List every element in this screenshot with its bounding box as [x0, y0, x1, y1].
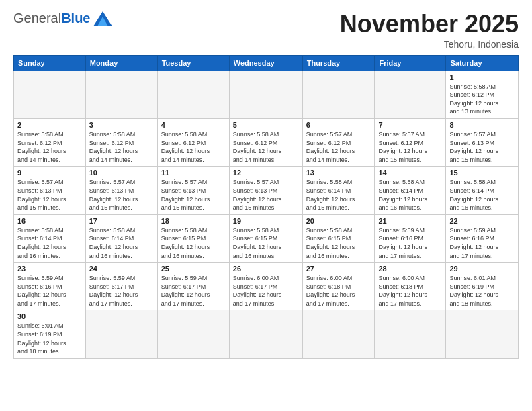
day-info: Sunrise: 5:58 AM Sunset: 6:12 PM Dayligh…: [17, 130, 82, 164]
day-info: Sunrise: 5:57 AM Sunset: 6:12 PM Dayligh…: [378, 130, 442, 164]
table-row: 12Sunrise: 5:57 AM Sunset: 6:13 PM Dayli…: [229, 167, 302, 214]
table-row: 6Sunrise: 5:57 AM Sunset: 6:12 PM Daylig…: [302, 118, 375, 166]
table-row: [229, 310, 302, 358]
day-info: Sunrise: 5:57 AM Sunset: 6:12 PM Dayligh…: [306, 130, 371, 164]
table-row: 1Sunrise: 5:58 AM Sunset: 6:12 PM Daylig…: [446, 71, 519, 118]
day-number: 10: [89, 169, 154, 177]
day-info: Sunrise: 5:58 AM Sunset: 6:14 PM Dayligh…: [306, 178, 371, 212]
day-info: Sunrise: 5:58 AM Sunset: 6:14 PM Dayligh…: [449, 178, 515, 212]
day-number: 11: [161, 169, 226, 177]
day-info: Sunrise: 5:58 AM Sunset: 6:14 PM Dayligh…: [89, 226, 154, 260]
day-info: Sunrise: 5:59 AM Sunset: 6:17 PM Dayligh…: [161, 274, 226, 308]
day-info: Sunrise: 5:58 AM Sunset: 6:12 PM Dayligh…: [233, 130, 299, 164]
day-info: Sunrise: 5:58 AM Sunset: 6:12 PM Dayligh…: [161, 130, 226, 164]
table-row: [446, 310, 519, 358]
table-row: 20Sunrise: 5:58 AM Sunset: 6:15 PM Dayli…: [302, 214, 375, 262]
day-info: Sunrise: 5:59 AM Sunset: 6:16 PM Dayligh…: [17, 274, 82, 308]
table-row: [229, 71, 302, 118]
day-number: 29: [449, 265, 515, 273]
day-number: 12: [233, 169, 299, 177]
table-row: 18Sunrise: 5:58 AM Sunset: 6:15 PM Dayli…: [157, 214, 229, 262]
day-info: Sunrise: 5:58 AM Sunset: 6:15 PM Dayligh…: [306, 226, 371, 260]
day-number: 7: [378, 121, 442, 129]
day-number: 8: [449, 121, 515, 129]
logo-general-text: General: [13, 11, 61, 26]
table-row: 23Sunrise: 5:59 AM Sunset: 6:16 PM Dayli…: [14, 263, 86, 310]
day-info: Sunrise: 5:57 AM Sunset: 6:13 PM Dayligh…: [17, 178, 82, 212]
table-row: [14, 71, 86, 118]
day-info: Sunrise: 6:00 AM Sunset: 6:18 PM Dayligh…: [378, 274, 442, 308]
table-row: 13Sunrise: 5:58 AM Sunset: 6:14 PM Dayli…: [302, 167, 375, 214]
day-info: Sunrise: 5:59 AM Sunset: 6:16 PM Dayligh…: [449, 226, 515, 260]
calendar-header-row: Sunday Monday Tuesday Wednesday Thursday…: [14, 55, 519, 71]
day-info: Sunrise: 5:58 AM Sunset: 6:12 PM Dayligh…: [89, 130, 154, 164]
day-number: 23: [17, 265, 82, 273]
table-row: 2Sunrise: 5:58 AM Sunset: 6:12 PM Daylig…: [14, 118, 86, 166]
table-row: 11Sunrise: 5:57 AM Sunset: 6:13 PM Dayli…: [157, 167, 229, 214]
day-number: 19: [233, 217, 299, 225]
logo-icon: [93, 11, 112, 26]
day-info: Sunrise: 5:58 AM Sunset: 6:14 PM Dayligh…: [378, 178, 442, 212]
day-number: 17: [89, 217, 154, 225]
calendar-row: 2Sunrise: 5:58 AM Sunset: 6:12 PM Daylig…: [14, 118, 519, 166]
day-info: Sunrise: 5:58 AM Sunset: 6:15 PM Dayligh…: [161, 226, 226, 260]
table-row: [375, 310, 446, 358]
day-number: 21: [378, 217, 442, 225]
day-info: Sunrise: 5:57 AM Sunset: 6:13 PM Dayligh…: [89, 178, 154, 212]
day-number: 30: [17, 312, 82, 320]
calendar-row: 1Sunrise: 5:58 AM Sunset: 6:12 PM Daylig…: [14, 71, 519, 118]
col-sunday: Sunday: [14, 55, 86, 71]
day-number: 3: [89, 121, 154, 129]
logo-blue-text: Blue: [61, 11, 90, 26]
calendar-row: 23Sunrise: 5:59 AM Sunset: 6:16 PM Dayli…: [14, 263, 519, 310]
day-number: 22: [449, 217, 515, 225]
day-number: 2: [17, 121, 82, 129]
day-info: Sunrise: 5:59 AM Sunset: 6:17 PM Dayligh…: [89, 274, 154, 308]
table-row: [85, 71, 157, 118]
day-number: 5: [233, 121, 299, 129]
day-info: Sunrise: 5:58 AM Sunset: 6:15 PM Dayligh…: [233, 226, 299, 260]
table-row: 15Sunrise: 5:58 AM Sunset: 6:14 PM Dayli…: [446, 167, 519, 214]
day-info: Sunrise: 5:58 AM Sunset: 6:14 PM Dayligh…: [17, 226, 82, 260]
day-info: Sunrise: 6:01 AM Sunset: 6:19 PM Dayligh…: [449, 274, 515, 308]
table-row: [157, 310, 229, 358]
table-row: 5Sunrise: 5:58 AM Sunset: 6:12 PM Daylig…: [229, 118, 302, 166]
logo: General Blue: [13, 11, 112, 26]
table-row: 24Sunrise: 5:59 AM Sunset: 6:17 PM Dayli…: [85, 263, 157, 310]
table-row: [375, 71, 446, 118]
table-row: [157, 71, 229, 118]
day-number: 14: [378, 169, 442, 177]
table-row: 30Sunrise: 6:01 AM Sunset: 6:19 PM Dayli…: [14, 310, 86, 358]
day-number: 27: [306, 265, 371, 273]
col-friday: Friday: [375, 55, 446, 71]
day-info: Sunrise: 5:57 AM Sunset: 6:13 PM Dayligh…: [449, 130, 515, 164]
col-wednesday: Wednesday: [229, 55, 302, 71]
table-row: 4Sunrise: 5:58 AM Sunset: 6:12 PM Daylig…: [157, 118, 229, 166]
day-number: 4: [161, 121, 226, 129]
day-number: 13: [306, 169, 371, 177]
table-row: [302, 71, 375, 118]
table-row: 21Sunrise: 5:59 AM Sunset: 6:16 PM Dayli…: [375, 214, 446, 262]
day-info: Sunrise: 6:00 AM Sunset: 6:17 PM Dayligh…: [233, 274, 299, 308]
table-row: 25Sunrise: 5:59 AM Sunset: 6:17 PM Dayli…: [157, 263, 229, 310]
day-info: Sunrise: 5:57 AM Sunset: 6:13 PM Dayligh…: [161, 178, 226, 212]
table-row: 3Sunrise: 5:58 AM Sunset: 6:12 PM Daylig…: [85, 118, 157, 166]
col-thursday: Thursday: [302, 55, 375, 71]
day-number: 15: [449, 169, 515, 177]
table-row: 9Sunrise: 5:57 AM Sunset: 6:13 PM Daylig…: [14, 167, 86, 214]
table-row: 19Sunrise: 5:58 AM Sunset: 6:15 PM Dayli…: [229, 214, 302, 262]
table-row: 16Sunrise: 5:58 AM Sunset: 6:14 PM Dayli…: [14, 214, 86, 262]
table-row: 28Sunrise: 6:00 AM Sunset: 6:18 PM Dayli…: [375, 263, 446, 310]
day-info: Sunrise: 5:57 AM Sunset: 6:13 PM Dayligh…: [233, 178, 299, 212]
header: General Blue November 2025 Tehoru, Indon…: [13, 11, 519, 50]
day-number: 26: [233, 265, 299, 273]
day-number: 20: [306, 217, 371, 225]
day-number: 16: [17, 217, 82, 225]
day-number: 18: [161, 217, 226, 225]
table-row: 14Sunrise: 5:58 AM Sunset: 6:14 PM Dayli…: [375, 167, 446, 214]
day-number: 24: [89, 265, 154, 273]
table-row: [302, 310, 375, 358]
day-number: 1: [449, 73, 515, 81]
table-row: 26Sunrise: 6:00 AM Sunset: 6:17 PM Dayli…: [229, 263, 302, 310]
title-block: November 2025 Tehoru, Indonesia: [340, 11, 519, 50]
